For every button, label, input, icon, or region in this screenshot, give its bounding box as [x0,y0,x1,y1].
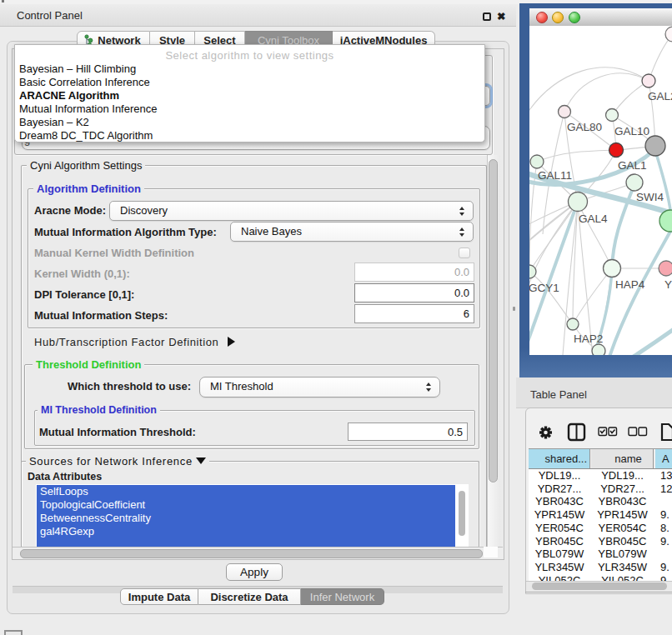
svg-text:GAL2: GAL2 [648,90,672,102]
svg-text:SWI4: SWI4 [636,191,664,203]
svg-text:GAL10: GAL10 [614,125,649,138]
svg-text:HAP2: HAP2 [574,332,603,345]
svg-text:HAP4: HAP4 [615,278,645,291]
svg-text:GCY1: GCY1 [529,282,559,294]
svg-text:GAL4: GAL4 [579,212,608,225]
svg-text:Y: Y [664,278,672,291]
svg-text:GAL80: GAL80 [567,121,602,133]
svg-text:GAL1: GAL1 [618,159,647,172]
svg-text:GAL11: GAL11 [538,169,572,182]
